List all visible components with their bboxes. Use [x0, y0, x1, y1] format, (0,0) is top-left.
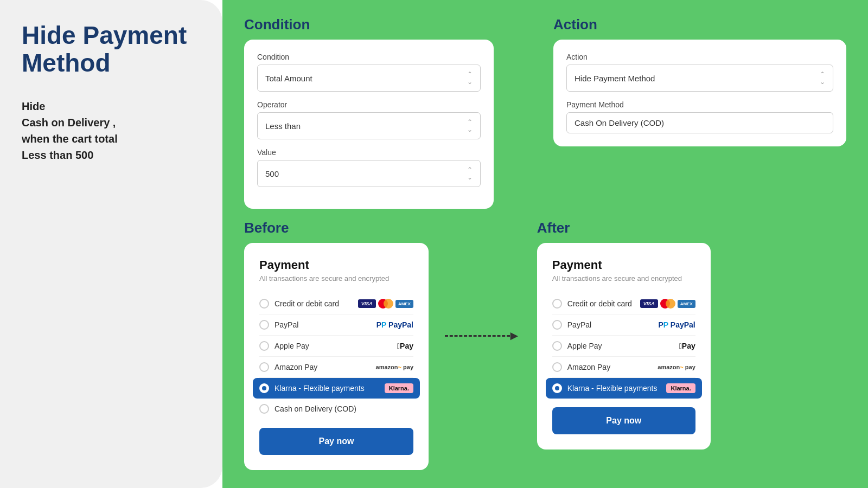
option-label: Credit or debit card [567, 299, 632, 308]
payment-option[interactable]: PayPal PP PayPal [552, 314, 695, 336]
payment-method-value: Cash On Delivery (COD) [566, 112, 833, 133]
before-section: Before Payment All transactions are secu… [244, 220, 429, 470]
card-logos: VISA AMEX [358, 299, 413, 309]
before-payment-card: Payment All transactions are secure and … [244, 243, 429, 470]
radio-button[interactable] [552, 341, 562, 351]
action-label: Action [566, 53, 833, 61]
left-panel: Hide Payment Method Hide Cash on Deliver… [0, 0, 222, 488]
amazonpay-logo: amazon~ pay [658, 364, 695, 370]
payment-option[interactable]: Credit or debit card VISA AMEX [259, 293, 413, 314]
option-label: Amazon Pay [567, 363, 610, 371]
mastercard-logo [660, 299, 675, 309]
paypal-logo: PP PayPal [376, 320, 413, 329]
action-card: Action Hide Payment Method ⌃⌄ Payment Me… [553, 40, 846, 146]
description: Hide Cash on Delivery , when the cart to… [22, 98, 201, 163]
radio-button[interactable] [259, 299, 269, 309]
value-value: 500 [265, 169, 279, 178]
arrow-icon: ► [508, 328, 521, 343]
radio-button[interactable] [552, 299, 562, 309]
radio-button-checked[interactable] [259, 383, 269, 393]
condition-value: Total Amount [265, 74, 312, 83]
visa-logo: VISA [358, 299, 376, 308]
option-label: Credit or debit card [275, 299, 339, 308]
payment-option-selected[interactable]: Klarna - Flexible payments Klarna. [253, 378, 420, 399]
option-label: Amazon Pay [275, 363, 317, 371]
payment-option-selected[interactable]: Klarna - Flexible payments Klarna. [546, 378, 702, 399]
before-payment-subtitle: All transactions are secure and encrypte… [259, 274, 413, 282]
value-select[interactable]: 500 ⌃⌄ [257, 160, 481, 187]
operator-select[interactable]: Less than ⌃⌄ [257, 112, 481, 139]
payment-option[interactable]: Apple Pay Pay [552, 336, 695, 357]
option-label: Apple Pay [275, 342, 309, 350]
payment-option[interactable]: Cash on Delivery (COD) [259, 399, 413, 419]
applepay-logo: Pay [679, 342, 695, 350]
radio-button[interactable] [552, 320, 562, 330]
radio-button[interactable] [259, 341, 269, 351]
radio-button[interactable] [552, 362, 562, 372]
applepay-logo: Pay [397, 342, 413, 350]
radio-button-checked[interactable] [552, 383, 562, 393]
after-payment-card: Payment All transactions are secure and … [537, 243, 711, 450]
after-title: After [537, 220, 711, 236]
chevron-icon: ⌃⌄ [467, 70, 473, 86]
operator-value: Less than [265, 121, 301, 131]
payment-option[interactable]: Apple Pay Pay [259, 336, 413, 357]
dashed-arrow: ► [445, 328, 521, 343]
value-label: Value [257, 148, 481, 157]
operator-label: Operator [257, 100, 481, 109]
chevron-icon: ⌃⌄ [467, 118, 473, 133]
after-payment-title: Payment [552, 258, 695, 272]
action-section: Action Action Hide Payment Method ⌃⌄ Pay… [553, 16, 846, 146]
action-title: Action [553, 16, 846, 33]
amex-logo: AMEX [395, 300, 413, 308]
radio-button[interactable] [259, 320, 269, 330]
chevron-icon: ⌃⌄ [820, 70, 825, 86]
klarna-logo: Klarna. [666, 383, 695, 393]
pay-now-button[interactable]: Pay now [259, 428, 413, 455]
radio-button[interactable] [259, 362, 269, 372]
option-label: Klarna - Flexible payments [567, 384, 658, 393]
payment-option[interactable]: Credit or debit card VISA AMEX [552, 293, 695, 314]
payment-method-label: Payment Method [566, 100, 833, 109]
pay-now-button[interactable]: Pay now [552, 407, 695, 434]
after-payment-subtitle: All transactions are secure and encrypte… [552, 274, 695, 282]
page-title: Hide Payment Method [22, 22, 201, 76]
before-title: Before [244, 220, 429, 236]
condition-section: Condition Condition Total Amount ⌃⌄ Oper… [244, 16, 537, 209]
chevron-icon: ⌃⌄ [467, 166, 473, 181]
right-panel: Condition Condition Total Amount ⌃⌄ Oper… [222, 0, 868, 488]
option-label: PayPal [275, 320, 298, 329]
visa-logo: VISA [640, 299, 658, 308]
after-section: After Payment All transactions are secur… [537, 220, 711, 450]
action-select[interactable]: Hide Payment Method ⌃⌄ [566, 65, 833, 92]
card-logos: VISA AMEX [640, 299, 695, 309]
dashed-line [445, 335, 510, 337]
radio-button[interactable] [259, 404, 269, 414]
klarna-logo: Klarna. [385, 383, 413, 393]
option-label: Apple Pay [567, 342, 602, 350]
mastercard-logo [378, 299, 393, 309]
arrow-container: ► [445, 220, 521, 343]
before-payment-title: Payment [259, 258, 413, 272]
bottom-row: Before Payment All transactions are secu… [244, 220, 846, 470]
condition-label: Condition [257, 53, 481, 61]
option-label: Cash on Delivery (COD) [275, 404, 356, 413]
amex-logo: AMEX [678, 300, 695, 308]
payment-option[interactable]: Amazon Pay amazon~ pay [552, 357, 695, 378]
option-label: PayPal [567, 320, 591, 329]
amazonpay-logo: amazon~ pay [376, 364, 413, 370]
payment-option[interactable]: Amazon Pay amazon~ pay [259, 357, 413, 378]
paypal-logo: PP PayPal [659, 320, 695, 329]
option-label: Klarna - Flexible payments [275, 384, 365, 393]
action-value: Hide Payment Method [575, 74, 655, 83]
top-row: Condition Condition Total Amount ⌃⌄ Oper… [244, 16, 846, 209]
condition-title: Condition [244, 16, 537, 33]
payment-option[interactable]: PayPal PP PayPal [259, 314, 413, 336]
condition-card: Condition Total Amount ⌃⌄ Operator Less … [244, 40, 494, 209]
condition-select[interactable]: Total Amount ⌃⌄ [257, 65, 481, 92]
